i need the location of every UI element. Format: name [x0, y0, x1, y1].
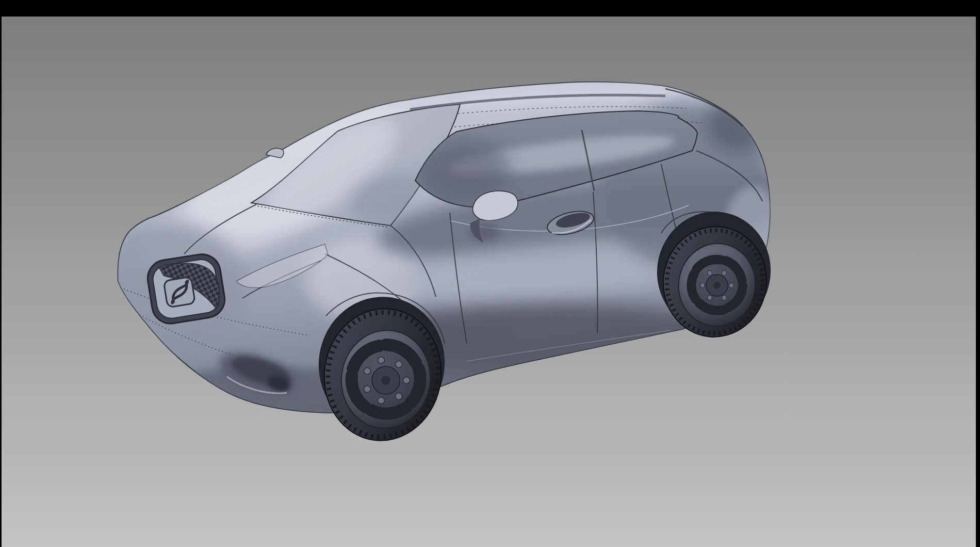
- render-canvas: [0, 0, 980, 547]
- front-hub-center: [381, 376, 390, 385]
- front-grille[interactable]: [145, 252, 227, 327]
- rear-hub-center: [713, 282, 721, 289]
- left-letterbox-bar: [0, 0, 2, 547]
- application-window: [0, 0, 980, 547]
- right-letterbox-bar: [976, 0, 980, 547]
- seat-logo-badge: [164, 277, 195, 308]
- top-letterbox-bar: [0, 0, 980, 17]
- viewport-3d[interactable]: [0, 0, 980, 547]
